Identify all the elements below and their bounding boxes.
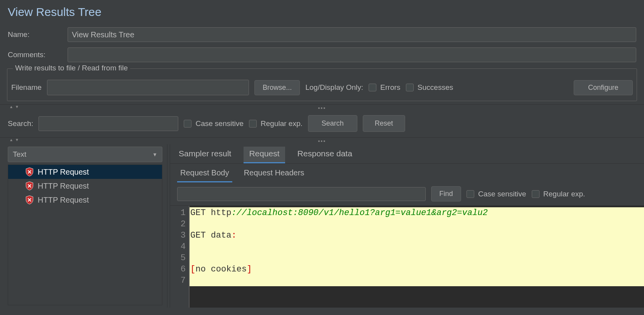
gutter: 1 2 3 4 5 6 7	[170, 206, 189, 308]
comments-label: Comments:	[8, 51, 62, 59]
tree-item[interactable]: HTTP Request	[8, 193, 162, 207]
tree-item-label: HTTP Request	[38, 182, 89, 191]
results-tree[interactable]: HTTP Request HTTP Request HTTP Request	[8, 164, 162, 305]
code-line	[190, 275, 644, 286]
tree-item-label: HTTP Request	[38, 168, 89, 177]
find-regex-checkbox[interactable]: Regular exp.	[532, 190, 585, 198]
checkbox-icon	[466, 190, 474, 198]
shield-error-icon	[25, 167, 34, 177]
line-number: 1	[170, 207, 186, 219]
page-title: View Results Tree	[0, 0, 644, 26]
search-bar: Search: Case sensitive Regular exp. Sear…	[0, 111, 644, 137]
checkbox-icon	[249, 120, 257, 128]
find-bar: Find Case sensitive Regular exp.	[170, 182, 644, 205]
code-line: GET http://localhost:8090/v1/hello1?arg1…	[190, 207, 644, 219]
comments-row: Comments:	[0, 46, 644, 66]
checkbox-icon	[184, 120, 191, 128]
code-line	[190, 241, 644, 252]
successes-checkbox[interactable]: Successes	[406, 83, 453, 92]
line-number: 6	[170, 264, 186, 275]
find-case-sensitive-label: Case sensitive	[478, 190, 526, 198]
line-number: 3	[170, 230, 186, 241]
chevron-down-icon: ▼	[152, 152, 157, 158]
renderer-value: Text	[13, 150, 26, 159]
splitter-handle-icon: •••	[318, 138, 326, 144]
search-label: Search:	[8, 119, 33, 128]
code-line: GET data:	[190, 230, 644, 241]
tree-item[interactable]: HTTP Request	[8, 179, 162, 193]
errors-label: Errors	[380, 83, 400, 92]
log-display-label: Log/Display Only:	[305, 83, 363, 92]
code-editor[interactable]: 1 2 3 4 5 6 7 GET http://localhost:8090/…	[170, 205, 644, 308]
comments-input[interactable]	[68, 47, 636, 62]
checkbox-icon	[406, 84, 414, 91]
renderer-select[interactable]: Text ▼	[8, 147, 162, 162]
vertical-splitter[interactable]	[167, 144, 170, 308]
reset-button[interactable]: Reset	[363, 115, 405, 132]
filename-label: Filename	[11, 83, 42, 92]
sub-tabs: Request Body Request Headers	[170, 164, 644, 182]
shield-error-icon	[25, 195, 34, 205]
case-sensitive-label: Case sensitive	[195, 119, 244, 128]
filename-input[interactable]	[47, 80, 249, 95]
search-input[interactable]	[38, 116, 178, 131]
splitter[interactable]: ▲ ▼ •••	[0, 137, 644, 144]
splitter-arrows-icon: ▲ ▼	[9, 138, 19, 142]
configure-button[interactable]: Configure	[574, 80, 633, 95]
find-regex-label: Regular exp.	[543, 190, 585, 198]
tree-item[interactable]: HTTP Request	[8, 165, 162, 179]
name-label: Name:	[8, 30, 62, 39]
code-line	[190, 219, 644, 230]
tree-item-label: HTTP Request	[38, 196, 89, 205]
find-case-sensitive-checkbox[interactable]: Case sensitive	[466, 190, 526, 198]
successes-label: Successes	[418, 83, 453, 92]
checkbox-icon	[532, 190, 540, 198]
name-row: Name:	[0, 26, 644, 46]
code-line: [no cookies]	[190, 264, 644, 275]
search-button[interactable]: Search	[308, 115, 357, 132]
shield-error-icon	[25, 181, 34, 191]
find-button[interactable]: Find	[431, 186, 461, 201]
left-panel: Text ▼ HTTP Request HTTP Request HTTP	[0, 144, 167, 308]
browse-button[interactable]: Browse...	[254, 80, 300, 95]
main-area: Text ▼ HTTP Request HTTP Request HTTP	[0, 144, 644, 308]
tab-request[interactable]: Request	[244, 147, 285, 163]
find-input[interactable]	[177, 187, 426, 201]
splitter[interactable]: ▲ ▼ •••	[0, 104, 644, 111]
right-panel: Sampler result Request Response data Req…	[170, 144, 644, 308]
errors-checkbox[interactable]: Errors	[369, 83, 400, 92]
line-number: 5	[170, 252, 186, 264]
case-sensitive-checkbox[interactable]: Case sensitive	[184, 119, 244, 128]
splitter-handle-icon: •••	[318, 105, 326, 111]
subtab-request-headers[interactable]: Request Headers	[241, 166, 308, 182]
tab-sampler-result[interactable]: Sampler result	[177, 147, 233, 163]
top-tabs: Sampler result Request Response data	[170, 144, 644, 164]
regex-label: Regular exp.	[261, 119, 303, 128]
line-number: 7	[170, 275, 186, 286]
line-number: 2	[170, 219, 186, 230]
file-group: Write results to file / Read from file F…	[7, 68, 637, 101]
line-number: 4	[170, 241, 186, 252]
subtab-request-body[interactable]: Request Body	[177, 166, 232, 182]
regex-checkbox[interactable]: Regular exp.	[249, 119, 303, 128]
file-group-title: Write results to file / Read from file	[13, 64, 130, 72]
name-input[interactable]	[68, 27, 636, 42]
code-area[interactable]: GET http://localhost:8090/v1/hello1?arg1…	[190, 206, 644, 308]
tab-response-data[interactable]: Response data	[296, 147, 354, 163]
splitter-arrows-icon: ▲ ▼	[9, 105, 19, 109]
code-line	[190, 252, 644, 264]
checkbox-icon	[369, 84, 376, 91]
